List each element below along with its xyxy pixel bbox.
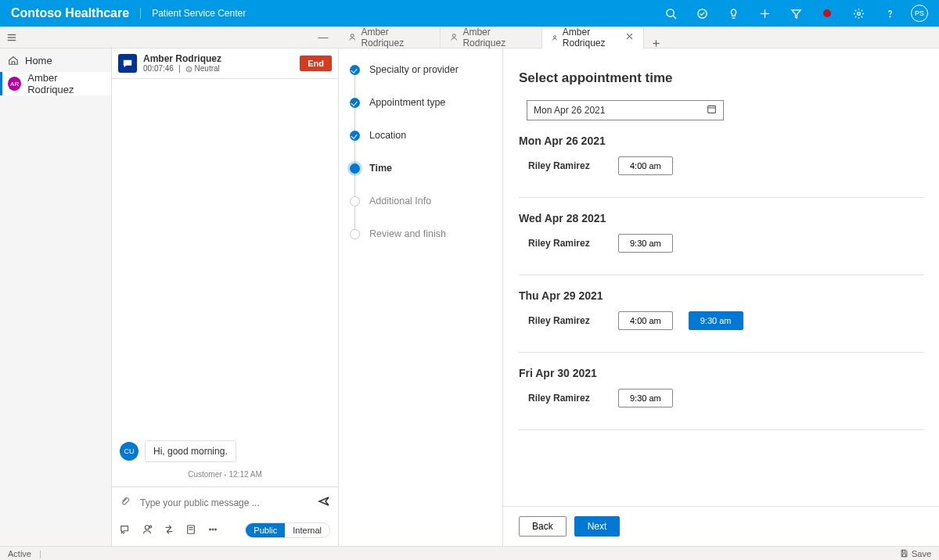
help-icon[interactable] <box>880 3 900 23</box>
provider-name: Riley Ramirez <box>528 315 603 326</box>
slot-row: Riley Ramirez9:30 am <box>519 234 923 253</box>
svg-point-13 <box>553 35 556 38</box>
back-button[interactable]: Back <box>519 516 567 537</box>
svg-rect-35 <box>902 554 905 556</box>
main-scroll[interactable]: Select appointment time Mon Apr 26 2021 … <box>503 48 939 506</box>
step-label: Location <box>369 130 406 141</box>
close-icon[interactable] <box>625 32 634 43</box>
lightbulb-icon[interactable] <box>723 3 743 23</box>
end-button[interactable]: End <box>300 56 332 71</box>
tab-label: Amber Rodriquez <box>563 27 614 48</box>
time-slot[interactable]: 9:30 am <box>618 234 673 253</box>
message-meta: Customer - 12:12 AM <box>120 470 330 479</box>
time-slot[interactable]: 4:00 am <box>618 156 673 175</box>
svg-point-6 <box>857 12 860 15</box>
wizard-step-3[interactable]: Time <box>350 163 491 196</box>
consult-icon[interactable] <box>142 524 153 537</box>
wizard-step-5[interactable]: Review and finish <box>350 228 491 261</box>
day-block: Wed Apr 28 2021Riley Ramirez9:30 am <box>519 198 923 275</box>
step-label: Appointment type <box>369 97 445 108</box>
message-input[interactable] <box>139 497 310 509</box>
attachment-icon[interactable] <box>120 496 131 509</box>
tab-record-0[interactable]: Amber Rodriquez <box>339 27 441 48</box>
seg-internal[interactable]: Internal <box>285 523 329 537</box>
nav-active-label: Amber Rodriquez <box>27 72 103 95</box>
tab-label: Amber Rodriquez <box>462 27 532 48</box>
tab-label: Amber Rodriquez <box>361 27 430 48</box>
notes-icon[interactable] <box>185 524 196 537</box>
minimize-icon[interactable]: — <box>312 31 334 43</box>
filter-icon[interactable] <box>786 3 806 23</box>
slot-row: Riley Ramirez4:00 am <box>519 156 923 175</box>
time-slot[interactable]: 9:30 am <box>618 389 673 407</box>
svg-line-1 <box>673 16 676 19</box>
transfer-icon[interactable] <box>164 524 174 537</box>
more-icon[interactable] <box>207 524 218 537</box>
svg-point-23 <box>149 526 152 528</box>
provider-name: Riley Ramirez <box>528 393 603 404</box>
compose-area: Public Internal <box>112 486 338 546</box>
sub-bar: — Amber Rodriquez Amber Rodriquez Amber … <box>0 27 939 48</box>
svg-point-11 <box>351 34 354 38</box>
step-label: Time <box>369 163 392 174</box>
wizard-step-2[interactable]: Location <box>350 130 491 163</box>
day-block: Fri Apr 30 2021Riley Ramirez9:30 am <box>519 353 923 430</box>
brand-name: Contoso Healthcare <box>11 6 129 20</box>
seg-public[interactable]: Public <box>246 523 285 537</box>
wizard-step-1[interactable]: Appointment type <box>350 97 491 130</box>
date-picker[interactable]: Mon Apr 26 2021 <box>527 100 724 120</box>
day-block: Thu Apr 29 2021Riley Ramirez4:00 am9:30 … <box>519 275 923 353</box>
new-tab-icon[interactable] <box>644 38 667 48</box>
menu-icon[interactable] <box>0 32 23 43</box>
status-bar: Active | Save <box>0 546 939 560</box>
search-icon[interactable] <box>660 3 681 23</box>
step-dot-icon <box>350 163 360 174</box>
conversation-header: Amber Rodriquez 00:07:46 | Neutral End <box>112 48 338 79</box>
nav-home-label: Home <box>25 55 52 66</box>
wizard-step-4[interactable]: Additional Info <box>350 196 491 228</box>
settings-icon[interactable] <box>848 3 869 23</box>
tab-strip: Amber Rodriquez Amber Rodriquez Amber Ro… <box>339 27 667 48</box>
svg-point-22 <box>145 525 149 529</box>
time-slot[interactable]: 9:30 am <box>689 311 743 330</box>
tab-record-1[interactable]: Amber Rodriquez <box>441 27 542 48</box>
day-title: Fri Apr 30 2021 <box>519 367 923 379</box>
conversation-timer: 00:07:46 <box>143 64 174 74</box>
slot-row: Riley Ramirez4:00 am9:30 am <box>519 311 923 330</box>
svg-point-12 <box>452 34 455 38</box>
tab-record-2[interactable]: Amber Rodriquez <box>542 27 644 49</box>
next-button[interactable]: Next <box>574 516 621 537</box>
top-bar: Contoso Healthcare Patient Service Cente… <box>0 0 939 27</box>
step-label: Specialty or provider <box>369 64 459 75</box>
step-dot-icon <box>350 229 360 239</box>
save-button[interactable]: Save <box>900 549 931 558</box>
presence-indicator[interactable] <box>817 3 837 23</box>
wizard-actions: Back Next <box>503 506 939 546</box>
sentiment-indicator: Neutral <box>185 64 220 74</box>
svg-rect-30 <box>708 106 716 113</box>
step-label: Review and finish <box>369 228 446 239</box>
day-title: Mon Apr 26 2021 <box>519 135 923 147</box>
step-dot-icon <box>350 98 360 108</box>
send-icon[interactable] <box>318 495 330 510</box>
wizard-step-0[interactable]: Specialty or provider <box>350 64 491 97</box>
user-avatar[interactable]: PS <box>911 5 928 22</box>
task-icon[interactable] <box>692 3 712 23</box>
step-label: Additional Info <box>369 196 431 206</box>
quick-reply-icon[interactable] <box>120 524 131 537</box>
time-slot[interactable]: 4:00 am <box>618 311 673 330</box>
date-picker-value: Mon Apr 26 2021 <box>534 105 707 116</box>
add-icon[interactable] <box>754 3 775 23</box>
step-dot-icon <box>350 131 360 141</box>
provider-name: Riley Ramirez <box>528 238 603 249</box>
day-title: Thu Apr 29 2021 <box>519 289 923 302</box>
svg-point-28 <box>212 529 214 530</box>
conversation-name: Amber Rodriquez <box>143 53 293 64</box>
wizard-steps: Specialty or providerAppointment typeLoc… <box>339 48 503 546</box>
nav-active-session[interactable]: AR Amber Rodriquez <box>0 72 111 95</box>
conversation-body: CU Hi, good morning. Customer - 12:12 AM <box>112 79 338 486</box>
svg-point-29 <box>215 529 217 530</box>
slot-row: Riley Ramirez9:30 am <box>519 389 923 407</box>
status-state: Active <box>8 549 31 558</box>
nav-home[interactable]: Home <box>0 48 111 72</box>
